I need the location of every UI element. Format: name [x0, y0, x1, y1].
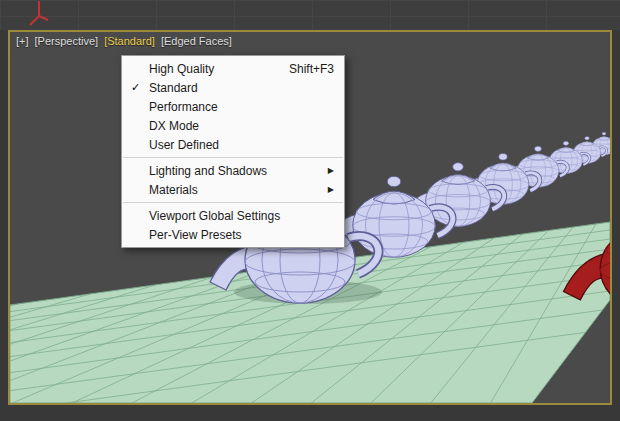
menu-item-label: Performance — [149, 100, 218, 114]
menu-item-label: Standard — [149, 81, 198, 95]
menu-item-label: Viewport Global Settings — [149, 209, 280, 223]
viewport-pov-menu[interactable]: [Perspective] — [35, 35, 99, 47]
menu-separator — [123, 202, 343, 203]
world-axis-icon — [24, 0, 68, 28]
menu-separator — [123, 157, 343, 158]
menu-item-label: High Quality — [149, 62, 214, 76]
top-viewport-strip — [0, 0, 620, 30]
menu-item-dx-mode[interactable]: DX Mode — [122, 116, 344, 135]
viewport-label: [+] [Perspective] [Standard] [Edged Face… — [16, 35, 232, 47]
menu-item-user-defined[interactable]: User Defined — [122, 135, 344, 154]
menu-item-label: DX Mode — [149, 119, 199, 133]
viewport-shading-menu: High QualityShift+F3✓StandardPerformance… — [121, 55, 345, 248]
menu-item-label: User Defined — [149, 138, 219, 152]
menu-item-label: Per-View Presets — [149, 228, 241, 242]
submenu-arrow-icon: ▶ — [328, 186, 334, 194]
menu-item-performance[interactable]: Performance — [122, 97, 344, 116]
app-window: [+] [Perspective] [Standard] [Edged Face… — [0, 0, 620, 421]
submenu-arrow-icon: ▶ — [328, 167, 334, 175]
check-icon: ✓ — [122, 81, 149, 94]
menu-item-label: Materials — [149, 183, 198, 197]
menu-item-viewport-global-settings[interactable]: Viewport Global Settings — [122, 206, 344, 225]
viewport-faces-menu[interactable]: [Edged Faces] — [161, 35, 232, 47]
perspective-viewport[interactable]: [+] [Perspective] [Standard] [Edged Face… — [8, 30, 612, 405]
menu-item-lighting-and-shadows[interactable]: Lighting and Shadows▶ — [122, 161, 344, 180]
menu-item-label: Lighting and Shadows — [149, 164, 267, 178]
viewport-shading-menu-label[interactable]: [Standard] — [104, 35, 155, 47]
menu-item-standard[interactable]: ✓Standard — [122, 78, 344, 97]
menu-item-per-view-presets[interactable]: Per-View Presets — [122, 225, 344, 244]
viewport-general-menu[interactable]: [+] — [16, 35, 29, 47]
menu-item-high-quality[interactable]: High QualityShift+F3 — [122, 59, 344, 78]
menu-item-shortcut: Shift+F3 — [289, 62, 334, 76]
menu-item-materials[interactable]: Materials▶ — [122, 180, 344, 199]
